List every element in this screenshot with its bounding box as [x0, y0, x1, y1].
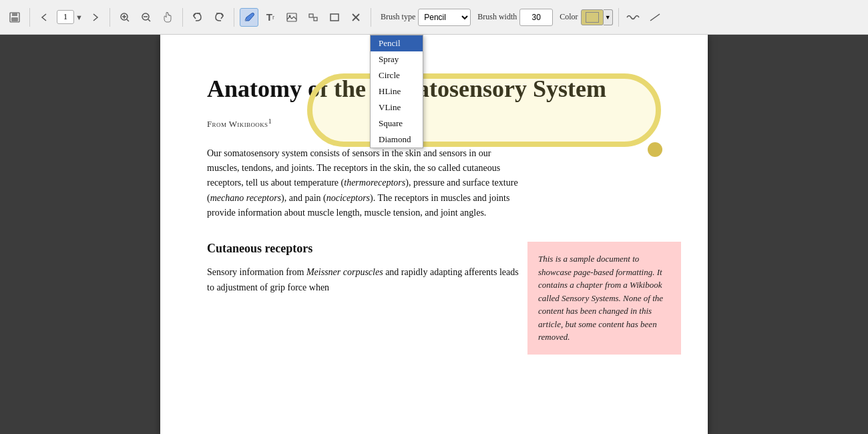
dropdown-item-hline[interactable]: HLine: [371, 83, 423, 99]
separator: [29, 8, 30, 27]
svg-rect-14: [314, 17, 317, 21]
color-label: Color: [560, 12, 578, 22]
svg-rect-11: [287, 13, 296, 21]
subtitle-text: From Wikibooks: [207, 120, 268, 130]
save-button[interactable]: [5, 8, 24, 27]
page-area: Anatomy of the Somatosensory System From…: [0, 35, 868, 434]
separator6: [618, 8, 619, 27]
rectangle-tool-button[interactable]: [325, 8, 344, 27]
dropdown-item-circle[interactable]: Circle: [371, 67, 423, 83]
svg-rect-1: [12, 13, 17, 16]
wave-icon-button[interactable]: [624, 8, 643, 27]
section-heading: Cutaneous receptors: [207, 239, 521, 258]
brush-type-label: Brush type: [381, 12, 415, 22]
back-button[interactable]: [35, 8, 54, 27]
second-paragraph: Sensory information from Meissner corpus…: [207, 265, 521, 295]
color-swatch-group[interactable]: ▼: [581, 9, 613, 25]
brush-type-dropdown: Pencil Spray Circle HLine VLine Square D…: [370, 35, 423, 148]
color-swatch-inner: [586, 12, 599, 23]
separator5: [371, 8, 371, 27]
brush-width-input[interactable]: 30: [519, 9, 553, 26]
separator3: [182, 8, 183, 27]
svg-line-18: [650, 14, 660, 21]
brush-width-label: Brush width: [477, 12, 517, 22]
hand-tool-button[interactable]: [158, 8, 177, 27]
separator2: [110, 8, 110, 27]
svg-rect-2: [11, 17, 18, 21]
body-paragraph: Our somatosensory system consists of sen…: [207, 146, 521, 221]
highlight-dot: [648, 142, 662, 157]
document-title: Anatomy of the Somatosensory System: [207, 75, 661, 103]
pencil-tool-button[interactable]: [240, 8, 258, 27]
zoom-out-button[interactable]: [137, 8, 156, 27]
brush-type-container: Pencil Spray Circle HLine VLine Square D…: [418, 9, 471, 26]
shapes-tool-button[interactable]: [304, 8, 322, 27]
delete-button[interactable]: [347, 8, 365, 27]
dropdown-item-spray[interactable]: Spray: [371, 51, 423, 67]
svg-line-9: [148, 19, 150, 21]
separator4: [234, 8, 234, 27]
sidebar-note: This is a sample document to showcase pa…: [527, 242, 681, 355]
page-dropdown-arrow[interactable]: ▼: [75, 13, 83, 21]
dropdown-item-square[interactable]: Square: [371, 116, 423, 132]
document-subtitle: From Wikibooks1: [207, 117, 661, 130]
svg-rect-15: [331, 14, 339, 21]
document-page: Anatomy of the Somatosensory System From…: [160, 35, 708, 434]
image-tool-button[interactable]: [282, 8, 301, 27]
redo-button[interactable]: [210, 8, 228, 27]
page-number-area: 1 ▼: [57, 10, 83, 24]
footnote-ref: 1: [268, 117, 272, 125]
text-tool-button[interactable]: Tr: [261, 8, 280, 27]
brush-type-select[interactable]: Pencil Spray Circle HLine VLine Square D…: [418, 9, 471, 26]
undo-button[interactable]: [188, 8, 207, 27]
toolbar: 1 ▼ Tr: [0, 0, 868, 35]
zoom-in-button[interactable]: [116, 8, 134, 27]
dropdown-item-diamond[interactable]: Diamond: [371, 132, 423, 148]
svg-line-6: [127, 19, 129, 21]
forward-button[interactable]: [85, 8, 104, 27]
color-dropdown-button[interactable]: ▼: [604, 9, 613, 25]
color-swatch[interactable]: [581, 9, 604, 25]
dropdown-item-vline[interactable]: VLine: [371, 99, 423, 116]
diagonal-line-button[interactable]: [646, 8, 664, 27]
page-number: 1: [57, 10, 74, 24]
svg-rect-13: [309, 14, 313, 17]
dropdown-item-pencil[interactable]: Pencil: [371, 35, 423, 51]
sidebar-note-text: This is a sample document to showcase pa…: [538, 254, 663, 342]
